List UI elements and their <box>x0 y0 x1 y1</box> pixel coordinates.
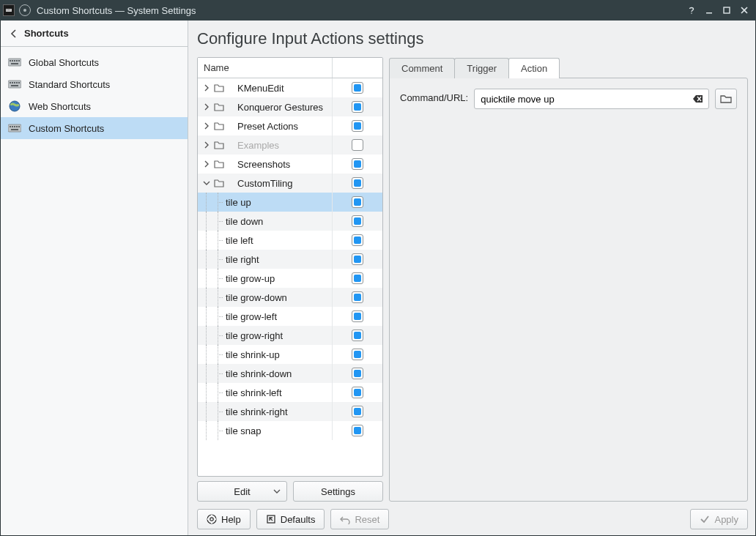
reset-button[interactable]: Reset <box>330 509 389 529</box>
tree-item[interactable]: tile grow-down <box>198 288 382 307</box>
checkbox[interactable] <box>352 253 363 265</box>
tree-item[interactable]: tile up <box>198 193 382 212</box>
sidebar-item[interactable]: Global Shortcuts <box>1 51 188 73</box>
folder-icon <box>214 179 224 187</box>
minimize-button[interactable] <box>700 2 718 18</box>
checkbox[interactable] <box>352 177 363 189</box>
help-titlebar-button[interactable] <box>683 2 700 18</box>
checkbox[interactable] <box>352 82 363 94</box>
svg-rect-11 <box>14 60 15 62</box>
sidebar-item-label: Custom Shortcuts <box>29 123 104 134</box>
tree-item[interactable]: tile right <box>198 250 382 269</box>
svg-rect-27 <box>14 126 15 127</box>
chevron-down-icon <box>273 489 281 494</box>
defaults-button[interactable]: Defaults <box>256 509 325 529</box>
tree-item-label: tile shrink-right <box>226 406 288 417</box>
defaults-button-label: Defaults <box>281 514 316 525</box>
tree-item-label: tile shrink-down <box>226 368 292 379</box>
svg-rect-9 <box>10 60 11 62</box>
tree-group[interactable]: Screenshots <box>198 155 382 174</box>
close-button[interactable] <box>735 2 753 18</box>
svg-rect-16 <box>10 82 11 83</box>
settings-button[interactable]: Settings <box>293 481 383 502</box>
tree-item-label: tile right <box>226 254 259 265</box>
checkbox[interactable] <box>352 310 363 322</box>
help-icon <box>207 514 217 524</box>
sidebar-item-label: Web Shortcuts <box>29 101 91 112</box>
checkbox[interactable] <box>352 215 363 227</box>
folder-icon <box>214 141 224 149</box>
sidebar-item[interactable]: Custom Shortcuts <box>1 117 188 139</box>
titlebar: Custom Shortcuts — System Settings <box>0 0 756 21</box>
back-icon[interactable] <box>8 28 20 40</box>
tree-group-label: CustomTiling <box>237 178 292 189</box>
expander-icon[interactable] <box>202 179 211 187</box>
checkbox[interactable] <box>352 349 363 360</box>
tree-group[interactable]: Preset Actions <box>198 116 382 135</box>
tree-item[interactable]: tile down <box>198 212 382 231</box>
checkbox[interactable] <box>352 196 363 208</box>
svg-rect-1 <box>7 10 7 10</box>
tab[interactable]: Trigger <box>454 58 509 78</box>
tree-group[interactable]: KMenuEdit <box>198 78 382 97</box>
tree-item[interactable]: tile shrink-left <box>198 383 382 402</box>
tree-item-label: tile grow-down <box>226 292 287 303</box>
tree-item[interactable]: tile snap <box>198 421 382 440</box>
checkbox[interactable] <box>352 234 363 246</box>
tab[interactable]: Comment <box>389 58 455 78</box>
checkbox[interactable] <box>352 406 363 417</box>
checkbox[interactable] <box>352 387 363 398</box>
svg-rect-6 <box>706 12 712 14</box>
tree-column-name[interactable]: Name <box>198 58 333 78</box>
checkbox[interactable] <box>352 120 363 132</box>
help-button[interactable]: Help <box>197 509 251 529</box>
apply-button-label: Apply <box>714 514 738 525</box>
expander-icon[interactable] <box>202 122 211 130</box>
tab-action-body: Command/URL: <box>389 78 748 502</box>
svg-rect-24 <box>8 124 21 132</box>
sidebar-item-label: Standard Shortcuts <box>29 79 110 90</box>
tree-item[interactable]: tile left <box>198 231 382 250</box>
maximize-button[interactable] <box>718 2 735 18</box>
apply-button[interactable]: Apply <box>690 509 748 529</box>
checkbox[interactable] <box>352 291 363 303</box>
tree-group-label: Preset Actions <box>237 121 298 132</box>
checkbox[interactable] <box>352 272 363 284</box>
tree-group[interactable]: Konqueror Gestures <box>198 97 382 116</box>
keyboard-icon <box>8 79 21 89</box>
checkbox[interactable] <box>352 368 363 379</box>
tree-group-label: Konqueror Gestures <box>237 102 323 113</box>
expander-icon[interactable] <box>202 103 211 111</box>
tab[interactable]: Action <box>508 58 560 78</box>
tree-item-label: tile up <box>226 197 251 208</box>
sidebar-item[interactable]: Web Shortcuts <box>1 95 188 117</box>
checkbox[interactable] <box>352 158 363 170</box>
clear-input-icon[interactable] <box>692 93 704 105</box>
sidebar-item[interactable]: Standard Shortcuts <box>1 73 188 95</box>
command-url-input-wrap <box>474 89 709 109</box>
svg-rect-29 <box>18 126 20 127</box>
tree-item[interactable]: tile grow-left <box>198 307 382 326</box>
pin-icon[interactable] <box>19 4 31 16</box>
tree-column-check <box>333 58 382 78</box>
checkbox[interactable] <box>352 101 363 113</box>
tree-item[interactable]: tile shrink-down <box>198 364 382 383</box>
folder-icon <box>214 83 224 92</box>
tree-group[interactable]: Examples <box>198 135 382 155</box>
tree-item[interactable]: tile grow-right <box>198 326 382 345</box>
checkbox[interactable] <box>352 330 363 341</box>
expander-icon[interactable] <box>202 84 211 92</box>
tree-item[interactable]: tile grow-up <box>198 269 382 288</box>
tree-group[interactable]: CustomTiling <box>198 174 382 193</box>
checkbox[interactable] <box>352 425 363 436</box>
expander-icon[interactable] <box>202 160 211 168</box>
tree-item-label: tile down <box>226 216 263 227</box>
checkbox[interactable] <box>352 139 363 151</box>
tree-item[interactable]: tile shrink-right <box>198 402 382 421</box>
tree-item[interactable]: tile shrink-up <box>198 345 382 364</box>
edit-dropdown[interactable]: Edit <box>197 481 287 502</box>
browse-button[interactable] <box>715 89 737 109</box>
expander-icon[interactable] <box>202 141 211 149</box>
command-url-input[interactable] <box>481 94 688 105</box>
sidebar-item-label: Global Shortcuts <box>29 57 99 68</box>
